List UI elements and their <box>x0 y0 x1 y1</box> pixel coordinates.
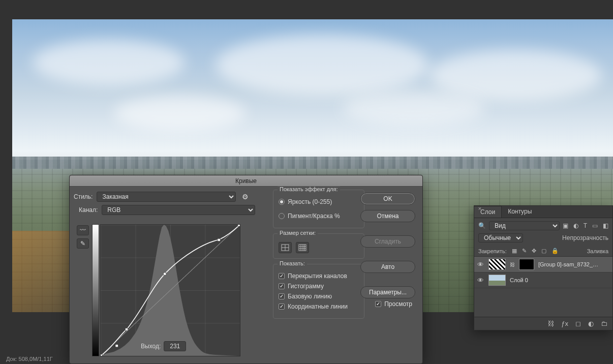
curves-dialog: Кривые Стиль: Заказная ⚙ Канал: RGB 〰 ✎ <box>69 175 423 364</box>
layer-filter-select[interactable]: Вид <box>489 221 560 230</box>
options-button[interactable]: Параметры... <box>360 286 415 298</box>
layer-row-0[interactable]: 👁 ⛓ [Group 0]-sam_8732_sam_8774- <box>474 257 612 272</box>
preview-checkbox[interactable]: Просмотр <box>375 300 412 308</box>
svg-rect-5 <box>238 225 240 226</box>
output-field[interactable] <box>164 341 186 351</box>
fill-label: Заливка <box>587 248 608 254</box>
check-overlays-label: Перекрытия каналов <box>288 272 347 280</box>
gear-icon[interactable]: ⚙ <box>240 193 251 201</box>
radio-icon <box>279 199 285 205</box>
lock-move-icon[interactable]: ✥ <box>532 248 536 254</box>
radio-pigment-label: Пигмент/Краска % <box>288 213 340 220</box>
grid-size-legend: Размер сетки: <box>278 230 318 236</box>
mask-icon[interactable]: ◻ <box>575 320 581 327</box>
filter-smart-icon[interactable]: ◧ <box>603 222 608 229</box>
preset-select[interactable]: Заказная <box>97 192 236 202</box>
check-gridlines-label: Координатные линии <box>288 303 348 310</box>
pencil-tool-icon[interactable]: ✎ <box>77 238 89 249</box>
show-group: Показать: Перекрытия каналов Гистограмму… <box>273 264 364 319</box>
filter-image-icon[interactable]: ▣ <box>563 222 568 229</box>
grid-coarse-button[interactable] <box>279 242 292 253</box>
link-layers-icon[interactable]: ⛓ <box>547 320 554 327</box>
visibility-icon[interactable]: 👁 <box>477 277 484 284</box>
svg-rect-3 <box>164 272 166 275</box>
lock-artboard-icon[interactable]: ▢ <box>541 248 546 254</box>
output-label: Выход: <box>141 343 161 350</box>
preview-label: Просмотр <box>384 300 412 308</box>
channel-label: Канал: <box>79 206 98 214</box>
layer-name[interactable]: [Group 0]-sam_8732_sam_8774- <box>538 261 599 267</box>
layer-row-1[interactable]: 👁 Слой 0 <box>474 272 612 288</box>
radio-brightness[interactable]: Яркость (0-255) <box>279 198 359 205</box>
lock-all-icon[interactable]: 🔒 <box>551 248 559 254</box>
link-icon[interactable]: ⛓ <box>510 262 515 267</box>
visibility-icon[interactable]: 👁 <box>477 261 484 268</box>
lock-brush-icon[interactable]: ✎ <box>522 248 527 254</box>
close-icon[interactable]: × <box>476 205 483 212</box>
ok-button[interactable]: OK <box>360 193 415 205</box>
show-legend: Показать: <box>278 260 307 266</box>
lock-pixels-icon[interactable]: ▦ <box>512 248 517 254</box>
blend-mode-select[interactable]: Обычные <box>478 233 523 242</box>
filter-type-icon[interactable]: T <box>584 222 587 229</box>
cancel-button[interactable]: Отмена <box>360 210 415 222</box>
check-gridlines[interactable]: Координатные линии <box>279 303 359 310</box>
lock-label: Закрепить: <box>478 248 507 254</box>
auto-button[interactable]: Авто <box>360 261 415 273</box>
check-overlays[interactable]: Перекрытия каналов <box>279 272 359 280</box>
effect-for-legend: Показать эффект для: <box>278 186 340 192</box>
check-baseline-label: Базовую линию <box>288 293 332 300</box>
check-icon <box>375 301 381 307</box>
smooth-button[interactable]: Сгладить <box>360 235 415 248</box>
curve-editor[interactable] <box>100 224 240 356</box>
svg-rect-1 <box>115 345 118 347</box>
grid-fine-button[interactable] <box>296 242 309 253</box>
layer-thumb[interactable] <box>488 259 506 270</box>
check-baseline[interactable]: Базовую линию <box>279 293 359 300</box>
svg-rect-4 <box>218 238 220 241</box>
layers-panel: × Слои Контуры 🔍 Вид ▣ ◐ T ▭ ◧ Обычные Н… <box>474 205 613 330</box>
radio-pigment[interactable]: Пигмент/Краска % <box>279 213 359 220</box>
adjustment-icon[interactable]: ◐ <box>588 320 594 327</box>
svg-rect-9 <box>299 245 306 251</box>
filter-shape-icon[interactable]: ▭ <box>592 222 598 229</box>
fx-icon[interactable]: ƒx <box>561 320 568 327</box>
radio-brightness-label: Яркость (0-255) <box>288 198 332 205</box>
search-icon[interactable]: 🔍 <box>478 222 486 229</box>
channel-select[interactable]: RGB <box>102 205 255 215</box>
filter-adjust-icon[interactable]: ◐ <box>573 222 578 229</box>
svg-rect-0 <box>101 354 102 356</box>
vertical-gradient <box>92 224 99 356</box>
svg-rect-2 <box>125 328 128 330</box>
layer-thumb[interactable] <box>488 275 506 286</box>
check-histogram-label: Гистограмму <box>288 283 324 290</box>
grid-size-group: Размер сетки: <box>273 233 364 259</box>
folder-icon[interactable]: 🗀 <box>601 320 607 327</box>
check-histogram[interactable]: Гистограмму <box>279 283 359 290</box>
radio-icon <box>279 213 285 219</box>
tab-paths[interactable]: Контуры <box>502 206 538 218</box>
dialog-title[interactable]: Кривые <box>70 175 422 187</box>
effect-for-group: Показать эффект для: Яркость (0-255) Пиг… <box>273 190 364 228</box>
style-label: Стиль: <box>74 193 93 200</box>
opacity-label: Непрозрачность <box>562 234 608 241</box>
layer-mask-thumb[interactable] <box>519 259 534 270</box>
curve-tool-icon[interactable]: 〰 <box>77 225 89 235</box>
layer-name[interactable]: Слой 0 <box>510 277 528 283</box>
status-bar: Док: 508,0M/1,11Г <box>6 356 53 362</box>
